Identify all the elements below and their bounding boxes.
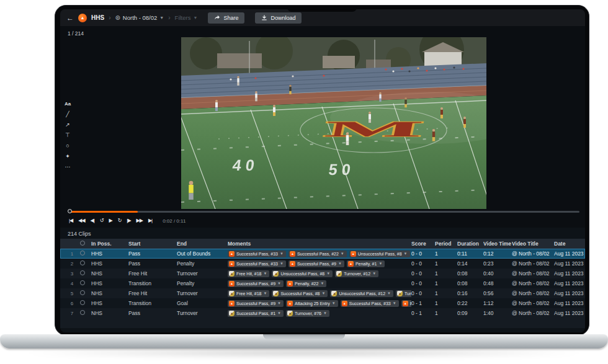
- chevron-down-icon: ▼: [321, 291, 325, 295]
- moment-chip[interactable]: ▲Penalty, #1▼: [347, 260, 385, 267]
- video-title-value: @ North - 08/02: [512, 290, 554, 296]
- moment-chip[interactable]: ▲Unsuccessful Pass, #8▼: [349, 251, 410, 257]
- row-checkbox[interactable]: [80, 280, 91, 286]
- rows-container: 1 HHS Pass Out of Bounds ▲Successful Pas…: [60, 249, 585, 318]
- moment-chip[interactable]: ▲Turnover, #12▼: [396, 290, 411, 297]
- share-button[interactable]: Share: [208, 12, 244, 24]
- moment-chip[interactable]: ▲Unsuccessful Pass, #8▼: [272, 270, 333, 277]
- moment-chip[interactable]: ▲Successful Pass, #9▼: [228, 300, 284, 307]
- hhs-team-logo-icon: ▲: [229, 301, 235, 306]
- nhs-team-logo-icon: ▲: [397, 291, 403, 296]
- moment-chip[interactable]: ▲Successful Pass, #8▼: [272, 290, 328, 297]
- col-date: Date: [554, 241, 585, 247]
- select-all-checkbox[interactable]: [80, 241, 91, 247]
- video-title-value: @ North - 08/02: [512, 310, 554, 316]
- col-duration: Duration: [457, 241, 483, 247]
- video-time-value: 1:12: [483, 300, 512, 306]
- hhs-team-logo-icon: ▲: [287, 301, 293, 306]
- video-player[interactable]: M 40 50: [181, 37, 486, 209]
- line-tool-icon[interactable]: ╱: [66, 112, 69, 117]
- table-row[interactable]: 6 HHS Transition Goal ▲Successful Pass, …: [60, 298, 585, 308]
- row-checkbox[interactable]: [80, 300, 91, 306]
- table-row[interactable]: 7 NHS Pass Turnover ▲Successful Pass, #1…: [60, 308, 585, 318]
- date-value: Aug 11 2023: [554, 280, 585, 286]
- fast-forward-button[interactable]: ▶▶: [136, 218, 143, 223]
- playback-progress-bar[interactable]: [69, 211, 579, 213]
- breadcrumb-game[interactable]: ⊛ North - 08/02 ▼: [115, 14, 164, 21]
- tee-tool-icon[interactable]: ⊤: [65, 133, 70, 138]
- moment-chip[interactable]: ▲Free Hit, #18▼: [228, 290, 269, 297]
- table-row[interactable]: 2 HHS Pass Penalty ▲Successful Pass, #33…: [60, 259, 585, 269]
- moment-chip[interactable]: ▲Successful Pass, #33▼: [341, 300, 399, 307]
- moments-list: ▲Successful Pass, #1▼▲Turnover, #76▼: [228, 309, 411, 317]
- moment-label: Successful Pass, #9: [297, 262, 336, 266]
- arrow-tool-icon[interactable]: ↗: [65, 122, 70, 128]
- moment-chip[interactable]: ▲Successful Pass, #9▼: [228, 280, 284, 287]
- period-value: 1: [435, 290, 457, 296]
- start-value: Free Hit: [128, 290, 177, 296]
- breadcrumb-team[interactable]: HHS: [91, 14, 104, 21]
- table-row[interactable]: 5 NHS Free Hit Turnover ▲Free Hit, #18▼▲…: [60, 288, 585, 298]
- in-poss-value: HHS: [91, 251, 128, 257]
- moment-chip[interactable]: ▲Turnover, #12▼: [335, 270, 378, 277]
- text-tool-icon[interactable]: Aa: [65, 102, 71, 107]
- row-checkbox[interactable]: [80, 260, 91, 267]
- score-value: 0 - 0: [411, 280, 435, 286]
- download-button[interactable]: Download: [255, 12, 302, 24]
- brand-logo-icon[interactable]: ▲: [78, 14, 87, 22]
- skip-to-end-button[interactable]: ▶|: [148, 218, 152, 223]
- download-icon: [261, 15, 267, 20]
- chevron-down-icon: ▼: [372, 272, 376, 275]
- row-checkbox[interactable]: [80, 251, 91, 257]
- moment-label: Turnover, #12: [405, 291, 411, 296]
- duration-value: 0:22: [457, 300, 483, 306]
- row-checkbox[interactable]: [80, 310, 91, 316]
- date-value: Aug 11 2023: [554, 251, 585, 257]
- rewind-button[interactable]: ◀◀: [78, 218, 84, 223]
- breadcrumb-game-label: North - 08/02: [123, 14, 157, 21]
- moment-chip[interactable]: ▲Successful Pass, #33▼: [228, 260, 286, 267]
- skip-to-start-button[interactable]: |◀: [69, 218, 73, 223]
- score-value: 0 - 0: [411, 270, 435, 277]
- moment-chip[interactable]: ▲Free Hit, #18▼: [228, 270, 269, 277]
- row-checkbox[interactable]: [80, 290, 91, 296]
- table-row[interactable]: 4 HHS Transition Penalty ▲Successful Pas…: [60, 278, 585, 288]
- chevron-down-icon: ▼: [277, 301, 281, 305]
- progress-knob[interactable]: [68, 209, 72, 213]
- spotlight-tool-icon[interactable]: ✦: [65, 154, 70, 159]
- col-score: Score: [411, 241, 435, 247]
- nhs-team-logo-icon: ▲: [287, 311, 293, 316]
- table-row[interactable]: 1 HHS Pass Out of Bounds ▲Successful Pas…: [60, 249, 585, 259]
- video-title-value: @ North - 08/02: [512, 280, 554, 286]
- moments-list: ▲Successful Pass, #33▼▲Successful Pass, …: [228, 250, 411, 258]
- moment-chip[interactable]: ▲Successful Pass, #9▼: [288, 260, 344, 267]
- hhs-team-logo-icon: ▲: [229, 251, 235, 257]
- back-arrow-icon[interactable]: ←: [66, 14, 74, 22]
- chevron-down-icon: ▼: [326, 272, 330, 275]
- table-row[interactable]: 3 NHS Free Hit Turnover ▲Free Hit, #18▼▲…: [60, 269, 585, 278]
- frame-back-button[interactable]: ◀|: [91, 218, 94, 223]
- moment-chip[interactable]: ▲Successful Pass, #33▼: [228, 251, 286, 257]
- filters-button[interactable]: Filters ▼: [175, 14, 198, 21]
- progress-fill: [69, 211, 138, 213]
- row-checkbox[interactable]: [80, 270, 91, 277]
- chevron-down-icon: ▼: [378, 262, 382, 265]
- more-tools-icon[interactable]: ⋯: [65, 164, 71, 170]
- moment-chip[interactable]: ▲Successful Pass, #1▼: [228, 310, 284, 317]
- play-button[interactable]: ▶: [109, 218, 112, 223]
- frame-forward-button[interactable]: |▶: [127, 218, 130, 223]
- video-title-value: @ North - 08/02: [512, 270, 554, 277]
- ellipse-tool-icon[interactable]: ○: [66, 143, 69, 149]
- score-value: 0 - 0: [411, 290, 435, 296]
- loop-back-button[interactable]: ↺: [100, 218, 104, 223]
- moment-chip[interactable]: ▲Turnover, #76▼: [286, 310, 329, 317]
- moment-label: Successful Pass, #33: [236, 262, 278, 266]
- moment-chip[interactable]: ▲Successful Pass, #22▼: [288, 251, 347, 257]
- chevron-down-icon: ▼: [193, 16, 197, 20]
- moment-chip[interactable]: ▲Penalty, #22▼: [286, 280, 326, 287]
- moment-chip[interactable]: ▲Unsuccessful Pass, #12▼: [330, 290, 393, 297]
- annotation-toolbar: Aa╱↗⊤○✦⋯: [62, 102, 73, 170]
- moment-chip[interactable]: ▲Enter Shooting Circle▼: [401, 300, 411, 307]
- loop-forward-button[interactable]: ↻: [118, 218, 122, 223]
- moment-chip[interactable]: ▲Attacking 25 Entry▼: [286, 300, 338, 307]
